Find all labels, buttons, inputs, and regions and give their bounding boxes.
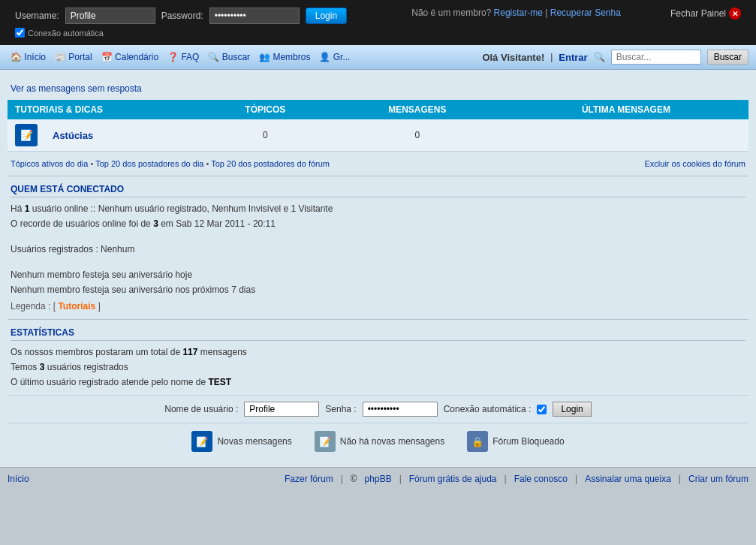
mensagens-header: MENSAGENS — [331, 100, 504, 119]
recover-link[interactable]: Recuperar Senha — [550, 8, 621, 18]
greeting-text: Olá Visitante! — [482, 52, 544, 63]
content-inner: Ver as mensagens sem resposta TUTORIAIS … — [0, 77, 756, 459]
forum-icon-cell: 📝 — [8, 119, 45, 152]
birthday-today: Nenhum membro festeja seu aniversário ho… — [11, 268, 745, 282]
bottom-auto-checkbox[interactable] — [537, 405, 547, 414]
legend-suffix: ] — [98, 301, 101, 312]
main-content: Ver as mensagens sem resposta TUTORIAIS … — [0, 70, 756, 467]
legend-link[interactable]: Tutoriais — [58, 301, 95, 312]
no-new-messages-icon: 📝 — [315, 431, 336, 452]
registered-count: 3 — [40, 362, 45, 372]
last-user: TEST — [209, 377, 232, 387]
mensagens-cell: 0 — [331, 119, 504, 152]
online-count: 1 — [25, 203, 30, 214]
close-x-icon: ✕ — [729, 8, 741, 20]
footer: Início Fazer fórum | © phpBB | Fórum grá… — [0, 467, 756, 490]
nav-calendario[interactable]: 📅 Calendário — [98, 50, 161, 64]
registered-users: Usuários registrados : Nenhum — [11, 242, 745, 256]
footer-fazer-forum[interactable]: Fazer fórum — [285, 474, 333, 484]
ultima-header: ÚLTIMA MENSAGEM — [504, 100, 748, 119]
nav-portal[interactable]: 📰 Portal — [52, 50, 95, 64]
new-messages-icon: 📝 — [191, 431, 212, 452]
top-login-panel: Username: Password: Login Conexão automá… — [0, 0, 756, 45]
auto-connect-checkbox[interactable] — [15, 28, 25, 38]
entrar-link[interactable]: Entrar — [559, 52, 587, 63]
footer-right: Fazer fórum | © phpBB | Fórum grátis de … — [285, 474, 748, 484]
forum-title-header: TUTORIAIS & DICAS — [8, 100, 200, 119]
top20-forum-link[interactable]: Top 20 dos postadores do fórum — [211, 159, 330, 168]
footer-criar-forum[interactable]: Criar um fórum — [688, 474, 748, 484]
forum-name-cell: Astúcias — [45, 119, 200, 152]
top20-day-link[interactable]: Top 20 dos postadores do dia — [95, 159, 203, 168]
connected-section: QUEM ESTÁ CONECTADO Há 1 usuário online … — [8, 179, 748, 316]
password-input[interactable] — [209, 8, 300, 24]
bottom-login-button[interactable]: Login — [553, 402, 591, 417]
auto-connect-label: Conexão automática — [28, 29, 104, 38]
forum-table: TUTORIAIS & DICAS TÓPICOS MENSAGENS ÚLTI… — [8, 100, 748, 152]
bottom-login-bar: Nome de usuário : Senha : Conexão automá… — [8, 395, 748, 423]
footer-inicio-link[interactable]: Início — [8, 474, 29, 484]
nav-buscar[interactable]: 🔍 Buscar — [205, 50, 253, 64]
footer-phpbb[interactable]: phpBB — [365, 474, 392, 484]
member-links-area: Não é um membro? Registar-me | Recuperar… — [411, 8, 621, 18]
delete-cookies-link[interactable]: Excluir os cookies do fórum — [645, 159, 746, 168]
active-topics-link[interactable]: Tópicos ativos do dia — [11, 159, 88, 168]
bottom-pass-label: Senha : — [325, 404, 356, 414]
footer-fale-conosco[interactable]: Fale conosco — [514, 474, 568, 484]
nav-membros[interactable]: 👥 Membros — [256, 50, 313, 64]
stats-line3: O último usuário registrado atende pelo … — [11, 375, 745, 389]
icons-row: 📝 Novas mensagens 📝 Não há novas mensage… — [8, 423, 748, 459]
ultima-cell — [504, 119, 748, 152]
username-label: Username: — [15, 11, 59, 21]
table-row: 📝 Astúcias 0 0 — [8, 119, 748, 152]
footer-forum-ajuda[interactable]: Fórum grátis de ajuda — [409, 474, 497, 484]
nav-faq[interactable]: ❓ FAQ — [164, 50, 202, 64]
legend-prefix: Legenda : [ — [11, 301, 58, 312]
birthday-soon: Nenhum membro festeja seu aniversário no… — [11, 283, 745, 297]
footer-assinalar[interactable]: Assinalar uma queixa — [585, 474, 671, 484]
no-new-messages-label: Não há novas mensagens — [340, 436, 444, 447]
bottom-username-input[interactable] — [244, 402, 319, 417]
new-messages-icon-item: 📝 Novas mensagens — [191, 431, 291, 452]
bottom-links-row: Tópicos ativos do dia • Top 20 dos posta… — [8, 155, 748, 173]
stats-line2: Temos 3 usuários registrados — [11, 360, 745, 374]
search-icon: 🔍 — [594, 52, 605, 62]
register-link[interactable]: Registar-me — [494, 8, 543, 18]
legend-row: Legenda : [ Tutoriais ] — [11, 301, 745, 312]
username-input[interactable] — [65, 8, 155, 24]
no-response-link[interactable]: Ver as mensagens sem resposta — [8, 77, 748, 100]
bottom-user-label: Nome de usuário : — [164, 404, 238, 414]
nav-bar: 🏠 Início 📰 Portal 📅 Calendário ❓ FAQ 🔍 B… — [0, 45, 756, 70]
not-member-text: Não é um membro? — [411, 8, 491, 18]
divider — [8, 176, 748, 176]
divider2 — [8, 319, 748, 320]
close-panel-button[interactable]: Fechar Painel ✕ — [670, 8, 741, 20]
nav-right-area: Olá Visitante! | Entrar 🔍 Buscar — [474, 45, 756, 69]
connected-line2: O recorde de usuários online foi de 3 em… — [11, 217, 745, 230]
bottom-links-left: Tópicos ativos do dia • Top 20 dos posta… — [11, 159, 330, 168]
stats-line1: Os nossos membros postaram um total de 1… — [11, 345, 745, 359]
forum-name-link[interactable]: Astúcias — [53, 130, 93, 141]
search-input[interactable] — [611, 50, 701, 65]
login-button[interactable]: Login — [306, 8, 347, 24]
record-count: 3 — [153, 218, 158, 229]
topicos-cell: 0 — [200, 119, 331, 152]
bottom-password-input[interactable] — [363, 402, 438, 417]
forum-row-icon: 📝 — [15, 124, 38, 146]
stats-title: ESTATÍSTICAS — [11, 327, 745, 341]
connected-line1: Há 1 usuário online :: Nenhum usuário re… — [11, 202, 745, 215]
topicos-header: TÓPICOS — [200, 100, 331, 119]
no-new-messages-icon-item: 📝 Não há novas mensagens — [315, 431, 444, 452]
login-form-area: Username: Password: Login Conexão automá… — [15, 8, 347, 38]
locked-forum-icon-item: 🔒 Fórum Bloqueado — [467, 431, 564, 452]
locked-forum-icon: 🔒 — [467, 431, 488, 452]
search-button[interactable]: Buscar — [707, 50, 748, 65]
nav-links: 🏠 Início 📰 Portal 📅 Calendário ❓ FAQ 🔍 B… — [0, 46, 360, 68]
nav-gr[interactable]: 👤 Gr... — [316, 50, 353, 64]
nav-inicio[interactable]: 🏠 Início — [8, 50, 49, 64]
password-label: Password: — [161, 11, 203, 21]
stats-section: ESTATÍSTICAS Os nossos membros postaram … — [8, 323, 748, 395]
new-messages-label: Novas mensagens — [217, 436, 291, 447]
connected-title: QUEM ESTÁ CONECTADO — [11, 184, 745, 197]
bottom-links-right: Excluir os cookies do fórum — [645, 159, 746, 168]
